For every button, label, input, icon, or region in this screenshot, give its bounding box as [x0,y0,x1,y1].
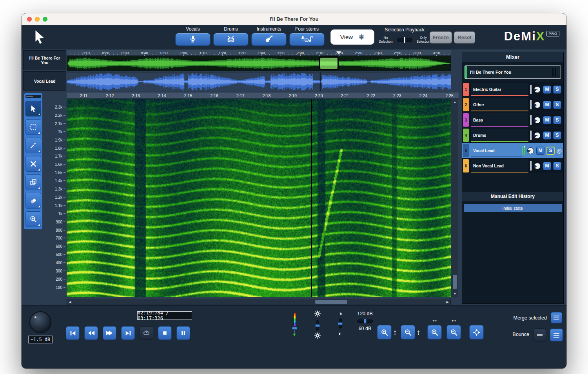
colormap-slider-handle[interactable] [292,327,297,330]
song-overview-waveform[interactable] [67,56,451,71]
volume-knob[interactable] [29,311,51,333]
spectrogram-playhead[interactable] [311,99,312,297]
horizontal-zoom-arrow-icon[interactable]: ↔ [446,316,461,323]
merge-menu-button[interactable] [551,312,562,323]
mute-button[interactable]: M [543,162,551,170]
selection-playback-slider[interactable] [397,38,412,42]
vertical-scrollbar-thumb[interactable] [453,275,457,289]
zoom-in-vertical-button[interactable] [377,325,392,340]
scroll-left-icon[interactable]: ◀ [67,299,73,305]
zoom-out-vertical-button[interactable] [401,325,415,340]
pan-knob[interactable] [534,102,541,108]
ruler-minor-tick [265,54,266,55]
mixer-track-other[interactable]: 2OtherMS [462,97,563,112]
pause-button[interactable] [176,326,190,340]
song-time-ruler[interactable]: 0:100:200:300:400:501:001:101:201:301:40… [67,50,451,56]
zoom-out-horizontal-button[interactable] [446,325,461,340]
solo-button[interactable]: S [553,101,561,109]
view-button[interactable]: View ❄ [330,29,374,45]
magic-wand-tool[interactable] [25,138,41,153]
bounce-remove-button[interactable] [533,329,546,341]
separate-four-stems-button[interactable] [289,33,325,46]
marquee-select-tool[interactable] [25,119,41,135]
pan-knob[interactable] [534,132,541,139]
separate-vocals-button[interactable] [175,33,211,46]
history-item[interactable]: initial state [464,204,562,212]
reset-button[interactable]: Reset [454,31,475,44]
close-window-button[interactable] [27,17,32,22]
horizontal-scrollbar[interactable]: ◀ ▶ [67,299,451,305]
solo-button[interactable]: S [553,116,561,124]
colormap-slider[interactable] [292,313,297,339]
fast-forward-button[interactable] [103,326,116,340]
go-to-start-button[interactable] [66,326,80,340]
contrast-slider[interactable] [339,318,342,329]
mixer-track-non-vocal-lead[interactable]: 6Non Vocal LeadMS [462,158,563,173]
pan-knob[interactable] [534,117,541,123]
ruler-minor-tick [109,54,110,55]
spectrogram-canvas[interactable] [67,99,451,297]
mixer-track-vocal-lead[interactable]: 5Vocal LeadMS◎ [462,143,563,158]
zoom-tool[interactable] [25,211,41,227]
db-range-slider[interactable] [357,320,373,323]
scroll-up-icon[interactable]: ▲ [452,99,458,105]
brightness-slider[interactable] [316,320,319,330]
mixer-track-electric-guitar[interactable]: 1Electric GuitarMS [462,82,563,97]
solo-button[interactable]: S [546,147,555,155]
contrast-icon[interactable]: ◑ [338,310,342,316]
db-range-slider-handle[interactable] [364,319,367,323]
focus-target-icon[interactable]: ◎ [557,148,562,154]
mute-button[interactable]: M [536,147,544,155]
pan-knob[interactable] [534,163,541,169]
spectrogram-view[interactable] [67,99,451,297]
solo-button[interactable]: S [553,131,561,140]
master-track-row[interactable]: I'll Be There For You [465,65,561,79]
vertical-zoom-arrow-icon[interactable]: ↕ [393,325,397,340]
mixer-track-bass[interactable]: 3BassMS [462,113,563,127]
vertical-zoom-arrow-icon[interactable]: ↕ [417,325,421,340]
pointer-tool[interactable] [25,101,41,116]
loop-button[interactable] [140,326,153,340]
gear-icon[interactable] [314,310,321,318]
freeze-button[interactable]: Freeze [430,31,452,44]
pan-knob[interactable] [534,86,541,93]
selection-playback-slider-knob[interactable] [404,37,406,43]
solo-button[interactable]: S [553,162,561,170]
brightness-slider-handle[interactable] [315,324,320,327]
gear-icon[interactable] [314,332,321,340]
spectrogram-time-ruler[interactable]: 2:112:122:132:142:152:162:172:182:192:20… [67,93,459,99]
rewind-button[interactable] [84,326,98,340]
mixer-track-drums[interactable]: 4DrumsMS [462,128,563,143]
horizontal-scrollbar-thumb[interactable] [315,300,347,304]
mute-button[interactable]: M [543,116,551,124]
ruler-minor-tick [448,54,448,55]
zoom-in-horizontal-button[interactable] [427,325,442,340]
minimize-window-button[interactable] [35,17,40,22]
track-level-meter [524,146,525,155]
horizontal-zoom-arrow-icon[interactable]: ↔ [427,316,442,323]
scroll-right-icon[interactable]: ▶ [445,299,450,305]
cut-x-tool[interactable] [25,156,41,172]
loop-selection-region[interactable] [319,56,339,70]
copy-tool[interactable] [25,174,41,190]
scroll-down-icon[interactable]: ▼ [452,291,458,297]
palette-scrollbar[interactable] [25,95,41,98]
vocal-lead-waveform[interactable] [67,72,451,91]
pan-knob[interactable] [527,147,534,154]
bounce-menu-button[interactable] [550,329,563,341]
contrast-slider-handle[interactable] [338,322,343,325]
vertical-scrollbar[interactable]: ▲ ▼ [452,99,458,297]
mute-button[interactable]: M [543,101,551,109]
ruler-playhead-marker[interactable] [336,51,341,54]
separate-instruments-button[interactable] [251,33,287,46]
mute-button[interactable]: M [543,131,551,140]
go-to-end-button[interactable] [121,326,135,340]
eraser-tool[interactable] [25,193,41,209]
zoom-to-selection-button[interactable] [469,325,484,340]
solo-button[interactable]: S [553,85,561,94]
stop-button[interactable] [158,326,172,340]
separate-drums-button[interactable] [213,33,249,46]
mute-button[interactable]: M [543,85,551,94]
contrast-icon[interactable]: ◐ [338,330,342,336]
maximize-window-button[interactable] [43,17,47,22]
